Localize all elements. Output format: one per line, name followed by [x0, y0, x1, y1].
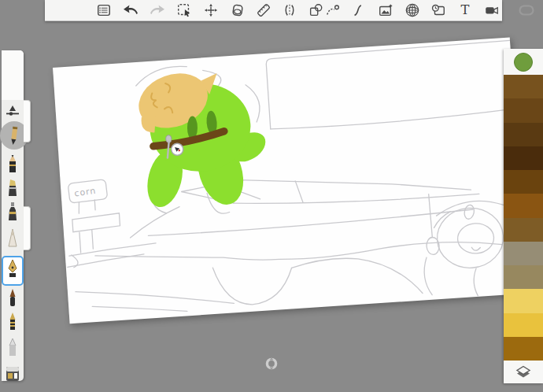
puck-icon — [264, 357, 279, 371]
brush-panel-top — [2, 50, 24, 100]
gray-pencil-tool[interactable] — [2, 336, 24, 360]
brush-panel — [2, 50, 24, 381]
brush-page-tab-1[interactable] — [24, 100, 31, 142]
stroke-icon[interactable] — [350, 2, 368, 19]
perspective-icon[interactable] — [404, 2, 421, 19]
pendant — [171, 143, 183, 156]
import-image-icon[interactable] — [377, 2, 394, 19]
ink-brush-tool[interactable] — [2, 287, 24, 310]
pen-nib-tool[interactable] — [2, 257, 24, 281]
shapes-icon[interactable] — [307, 2, 324, 19]
top-toolbar: T — [45, 0, 502, 21]
canvas-art: corn — [53, 37, 526, 324]
color-swatch[interactable] — [504, 170, 543, 194]
app-window: { "toolbar": { "icons": ["menu","undo","… — [0, 0, 543, 392]
undo-icon[interactable] — [122, 2, 139, 19]
current-color-chip — [515, 53, 533, 71]
current-color-area[interactable] — [504, 49, 543, 75]
transform-icon[interactable] — [202, 2, 220, 19]
corn-sign-text: corn — [74, 186, 98, 199]
striped-brush-tool[interactable] — [2, 310, 24, 334]
text-tool-icon[interactable]: T — [456, 2, 474, 19]
paint-flask-tool[interactable] — [2, 200, 24, 224]
distort-icon[interactable] — [229, 2, 246, 19]
color-panel — [504, 49, 543, 383]
marker-tool[interactable] — [2, 176, 24, 200]
color-swatch[interactable] — [504, 289, 543, 312]
text-tool-glyph: T — [461, 2, 470, 17]
predictive-stroke-icon[interactable] — [324, 2, 342, 19]
layers-icon — [515, 365, 531, 379]
canvas-puck[interactable] — [264, 357, 279, 371]
selection-icon[interactable] — [175, 2, 193, 19]
menu-icon[interactable] — [95, 2, 113, 19]
color-swatch[interactable] — [504, 146, 543, 170]
color-swatch[interactable] — [504, 75, 543, 98]
chisel-brush-tool[interactable] — [2, 227, 24, 250]
brush-page-tab-2[interactable] — [24, 206, 31, 250]
time-lapse-icon[interactable] — [430, 2, 447, 19]
layers-button[interactable] — [504, 361, 543, 383]
painted-character — [127, 56, 275, 216]
color-swatch[interactable] — [504, 242, 543, 265]
ruler-icon[interactable] — [255, 2, 272, 19]
color-swatch[interactable] — [504, 313, 543, 337]
color-swatch[interactable] — [504, 218, 543, 242]
color-swatch[interactable] — [504, 98, 543, 122]
pencil-tool[interactable] — [2, 153, 24, 176]
brush-settings-tool[interactable] — [2, 99, 24, 123]
redo-icon[interactable] — [149, 2, 166, 19]
color-swatch[interactable] — [504, 337, 543, 361]
camera-icon[interactable] — [483, 2, 501, 19]
drawing-canvas[interactable]: corn — [53, 37, 526, 324]
fullscreen-icon[interactable] — [518, 2, 535, 19]
color-swatch[interactable] — [504, 123, 543, 146]
swatch-list — [504, 75, 543, 361]
color-swatch[interactable] — [504, 194, 543, 217]
brush-library-tool[interactable] — [2, 362, 24, 386]
color-swatch[interactable] — [504, 265, 543, 289]
sketch-lines — [54, 40, 526, 323]
symmetry-icon[interactable] — [281, 2, 298, 19]
